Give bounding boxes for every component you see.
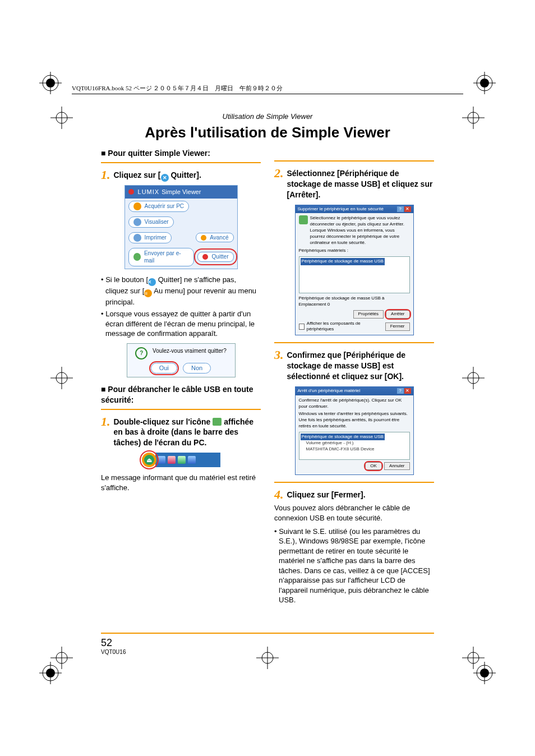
camera-icon bbox=[133, 202, 141, 210]
device-desc: Périphérique de stockage de masse USB à … bbox=[299, 296, 410, 308]
running-head: Utilisation de Simple Viewer bbox=[101, 112, 434, 121]
device-subitem[interactable]: MATSHITA DMC-FX8 USB Device bbox=[301, 446, 408, 453]
view-button[interactable]: Visualiser bbox=[128, 216, 174, 228]
eject-tray-icon[interactable]: ⏏ bbox=[142, 453, 156, 467]
device-item[interactable]: Périphérique de stockage de masse USB bbox=[301, 258, 385, 265]
close-icon: ✕ bbox=[148, 278, 156, 286]
safely-remove-dialog: Supprimer le périphérique en toute sécur… bbox=[295, 205, 414, 336]
regmark-tl bbox=[39, 72, 62, 94]
tray-icon bbox=[188, 456, 196, 464]
stop-button[interactable]: Arrêter bbox=[386, 310, 409, 319]
confirm-dialog: ? Voulez-vous vraiment quitter? Oui Non bbox=[127, 343, 236, 377]
rule bbox=[274, 482, 434, 483]
dialog-line2: Windows va tenter d'arrêter les périphér… bbox=[299, 411, 410, 429]
step-number: 4 bbox=[274, 488, 284, 501]
systray bbox=[155, 453, 220, 467]
step-text: Sélectionnez [Périphérique de stockage d… bbox=[287, 167, 435, 200]
paragraph: Vous pouvez alors débrancher le câble de… bbox=[274, 503, 434, 523]
quit-button[interactable]: Quitter bbox=[197, 252, 233, 262]
highlight-ring bbox=[140, 450, 159, 469]
show-components-checkbox[interactable] bbox=[299, 324, 305, 330]
brand-dot-icon bbox=[128, 189, 134, 195]
confirm-no-button[interactable]: Non bbox=[183, 363, 211, 374]
mail-icon bbox=[133, 253, 141, 261]
eject-icon bbox=[213, 418, 222, 426]
help-icon[interactable]: ? bbox=[397, 388, 404, 394]
advanced-button[interactable]: Avancé bbox=[196, 233, 233, 243]
step-1-usb: 1 Double-cliquez sur l'icône affichée en… bbox=[101, 416, 261, 449]
view-icon bbox=[133, 218, 141, 226]
step-number: 1 bbox=[101, 169, 110, 182]
left-column: ■ Pour quitter Simple Viewer: 1 Cliquez … bbox=[101, 146, 261, 609]
list-label: Périphériques matériels : bbox=[299, 248, 410, 254]
help-icon[interactable]: ? bbox=[397, 206, 404, 212]
rule bbox=[274, 160, 434, 162]
device-item[interactable]: Périphérique de stockage de masse USB bbox=[301, 434, 385, 441]
dialog-intro: Sélectionnez le périphérique que vous vo… bbox=[310, 215, 410, 246]
step-text: Double-cliquez sur l'icône affichée en b… bbox=[114, 416, 261, 449]
rule bbox=[101, 162, 261, 163]
note-1: Si le bouton [✕ Quitter] ne s'affiche pa… bbox=[101, 275, 261, 307]
regmark-tr2 bbox=[462, 107, 485, 129]
doc-id: VQT0U16 bbox=[101, 649, 434, 655]
regmark-br2 bbox=[462, 647, 485, 669]
device-list[interactable]: Périphérique de stockage de masse USB bbox=[299, 256, 410, 293]
window-controls[interactable]: ?✕ bbox=[396, 206, 411, 213]
regmark-tl2 bbox=[50, 107, 73, 129]
notes-list: Si le bouton [✕ Quitter] ne s'affiche pa… bbox=[101, 275, 261, 339]
quit-icon bbox=[202, 254, 208, 260]
page-footer: 52 VQT0U16 bbox=[101, 630, 434, 655]
panel-title: LUMIX Simple Viewer bbox=[125, 186, 237, 199]
page-title: Après l'utilisation de Simple Viewer bbox=[101, 124, 434, 141]
step-number: 3 bbox=[274, 349, 284, 382]
rule bbox=[274, 342, 434, 343]
advanced-icon bbox=[201, 235, 206, 241]
step-2: 2 Sélectionnez [Périphérique de stockage… bbox=[274, 167, 434, 200]
checkbox-label: Afficher les composants de périphériques bbox=[307, 321, 383, 333]
device-subitem[interactable]: Volume générique - (H:) bbox=[301, 440, 408, 446]
tray-icon bbox=[158, 456, 165, 464]
step-1-left: 1 Cliquez sur [✕ Quitter]. bbox=[101, 169, 261, 182]
regmark-ml bbox=[50, 367, 73, 389]
step-3: 3 Confirmez que [Périphérique de stockag… bbox=[274, 349, 434, 382]
confirm-message: Voulez-vous vraiment quitter? bbox=[153, 348, 227, 354]
step-number: 1 bbox=[101, 416, 110, 449]
close-icon[interactable]: ✕ bbox=[404, 206, 411, 212]
window-controls[interactable]: ?✕ bbox=[396, 388, 411, 394]
notes-list: Suivant le S.E. utilisé (ou les paramètr… bbox=[274, 527, 434, 605]
right-column: 2 Sélectionnez [Périphérique de stockage… bbox=[274, 146, 434, 609]
step-number: 2 bbox=[274, 167, 284, 200]
rule bbox=[101, 633, 434, 634]
usb-icon bbox=[299, 215, 308, 224]
regmark-mr bbox=[462, 367, 485, 389]
confirm-yes-button[interactable]: Oui bbox=[151, 363, 177, 374]
step-text: Cliquez sur [Fermer]. bbox=[287, 488, 366, 501]
device-list[interactable]: Périphérique de stockage de masse USB Vo… bbox=[299, 432, 410, 460]
ok-button[interactable]: OK bbox=[365, 462, 382, 471]
close-icon[interactable]: ✕ bbox=[404, 388, 411, 394]
acquire-button[interactable]: Acquérir sur PC bbox=[128, 201, 190, 212]
print-button[interactable]: Imprimer bbox=[128, 232, 172, 243]
email-button[interactable]: Envoyer par e-mail bbox=[128, 248, 195, 266]
regmark-tr bbox=[473, 72, 496, 94]
page-number: 52 bbox=[101, 637, 434, 649]
source-header: VQT0U16FRA.book 52 ページ ２００５年７月４日 月曜日 午前９… bbox=[72, 84, 463, 94]
close-button[interactable]: Fermer bbox=[385, 322, 410, 331]
dialog-title: Arrêt d'un périphérique matériel bbox=[298, 388, 361, 394]
dialog-line1: Confirmez l'arrêt de périphérique(s). Cl… bbox=[299, 398, 410, 410]
rule bbox=[101, 409, 261, 410]
stop-device-dialog: Arrêt d'un périphérique matériel ?✕ Conf… bbox=[295, 386, 414, 476]
cancel-button[interactable]: Annuler bbox=[384, 462, 410, 471]
subhead-quit: ■ Pour quitter Simple Viewer: bbox=[101, 148, 261, 159]
regmark-bl2 bbox=[50, 647, 73, 669]
tray-icon bbox=[178, 456, 186, 464]
properties-button[interactable]: Propriétés bbox=[353, 310, 384, 319]
print-icon bbox=[133, 234, 141, 242]
close-icon: ✕ bbox=[161, 174, 169, 182]
note-2: Lorsque vous essayez de quitter à partir… bbox=[101, 309, 261, 339]
question-icon: ? bbox=[135, 347, 147, 359]
dialog-title: Supprimer le périphérique en toute sécur… bbox=[298, 206, 384, 213]
step-text: Confirmez que [Périphérique de stockage … bbox=[287, 349, 435, 382]
simple-viewer-panel: LUMIX Simple Viewer Acquérir sur PC Visu… bbox=[124, 185, 238, 269]
note-os: Suivant le S.E. utilisé (ou les paramètr… bbox=[274, 527, 434, 605]
